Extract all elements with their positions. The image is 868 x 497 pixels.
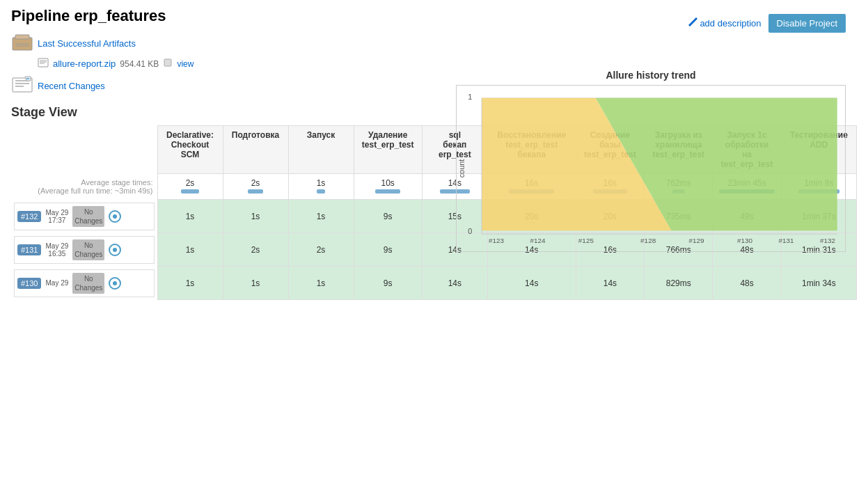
svg-text:1: 1	[468, 93, 472, 101]
build-132-stage-0: 1s	[157, 200, 223, 233]
stage-header-udalenie: Удалениеtest_erp_test	[354, 126, 422, 174]
chart-svg: 1 0 count	[457, 86, 845, 251]
chart-title: Allure history trend	[456, 70, 846, 81]
separator-icon	[163, 58, 173, 70]
avg-label: Average stage times:	[81, 178, 152, 187]
svg-rect-21	[38, 58, 48, 67]
build-status-icon-132[interactable]	[109, 210, 121, 223]
allure-chart-section: Allure history trend 1 0 count	[456, 70, 846, 252]
no-changes-badge-132: NoChanges	[72, 206, 104, 227]
disable-project-button[interactable]: Disable Project	[768, 14, 846, 33]
add-description-link[interactable]: add description	[688, 17, 761, 29]
stage-header-podgotovka: Подготовка	[223, 126, 288, 174]
build-130-stage-6: 14s	[576, 267, 644, 300]
build-number-130[interactable]: #130	[17, 278, 41, 289]
build-131-stage-3: 9s	[354, 233, 422, 267]
svg-rect-18	[15, 35, 29, 39]
table-row: #130 May 29 NoChanges 1s 1s 1s	[11, 267, 857, 300]
build-130-stage-5: 14s	[487, 267, 576, 300]
avg-time-1: 2s	[223, 174, 288, 200]
build-130-stage-1: 1s	[223, 267, 288, 300]
avg-time-3: 10s	[354, 174, 422, 200]
svg-text:0: 0	[468, 227, 472, 235]
svg-text:#125: #125	[578, 237, 594, 244]
build-date-131: May 29 16:35	[45, 242, 68, 258]
build-131-stage-0: 1s	[157, 233, 223, 267]
svg-text:#132: #132	[820, 237, 836, 244]
build-130-stage-4: 14s	[422, 267, 487, 300]
recent-changes-link[interactable]: Recent Changes	[38, 81, 105, 91]
no-changes-badge-130: NoChanges	[72, 273, 104, 294]
build-date-132: May 29 17:37	[45, 209, 68, 224]
svg-text:#124: #124	[530, 237, 546, 244]
avg-time-0: 2s	[157, 174, 223, 200]
file-icon	[38, 58, 49, 70]
artifact-file-row: allure-report.zip 954.41 KB view	[38, 58, 857, 70]
build-status-icon-130[interactable]	[109, 277, 121, 290]
svg-text:#123: #123	[489, 237, 505, 244]
build-entry-131: #131 May 29 16:35 NoChanges	[14, 236, 155, 264]
svg-text:count: count	[457, 159, 466, 178]
top-right-actions: add description Disable Project	[688, 14, 846, 33]
build-130-stage-8: 48s	[713, 267, 781, 300]
svg-text:#128: #128	[640, 237, 656, 244]
svg-text:#131: #131	[778, 237, 794, 244]
avg-time-2: 1s	[288, 174, 354, 200]
build-number-132[interactable]: #132	[17, 211, 41, 222]
build-131-stage-2: 2s	[288, 233, 354, 267]
artifacts-icon	[11, 33, 33, 54]
stage-header-checkout: Declarative:CheckoutSCM	[157, 126, 223, 174]
view-link[interactable]: view	[177, 59, 194, 69]
build-130-stage-7: 829ms	[645, 267, 713, 300]
build-130-stage-2: 1s	[288, 267, 354, 300]
chart-container: 1 0 count	[456, 85, 846, 252]
build-130-stage-9: 1min 34s	[781, 267, 856, 300]
svg-rect-25	[164, 59, 171, 66]
last-successful-artifacts-link[interactable]: Last Successful Artifacts	[38, 38, 136, 49]
build-number-131[interactable]: #131	[17, 244, 41, 255]
recent-changes-icon	[11, 75, 33, 97]
build-entry-130: #130 May 29 NoChanges	[14, 269, 155, 297]
artifacts-row: Last Successful Artifacts	[11, 33, 857, 54]
build-status-icon-131[interactable]	[109, 244, 121, 256]
file-size: 954.41 KB	[120, 59, 159, 69]
stage-header-zapusk: Запуск	[288, 126, 354, 174]
allure-report-zip-link[interactable]: allure-report.zip	[53, 58, 116, 69]
build-132-stage-2: 1s	[288, 200, 354, 233]
svg-text:#129: #129	[689, 237, 705, 244]
svg-text:#130: #130	[737, 237, 753, 244]
build-132-stage-1: 1s	[223, 200, 288, 233]
avg-sub: (Average full run time: ~3min 49s)	[38, 187, 152, 195]
build-130-stage-3: 9s	[354, 267, 422, 300]
build-date-130: May 29	[45, 279, 68, 287]
pencil-icon	[688, 17, 697, 29]
no-changes-badge-131: NoChanges	[72, 239, 104, 260]
build-130-stage-0: 1s	[157, 267, 223, 300]
build-131-stage-1: 2s	[223, 233, 288, 267]
build-entry-132: #132 May 29 17:37 NoChanges	[14, 203, 155, 230]
build-132-stage-3: 9s	[354, 200, 422, 233]
